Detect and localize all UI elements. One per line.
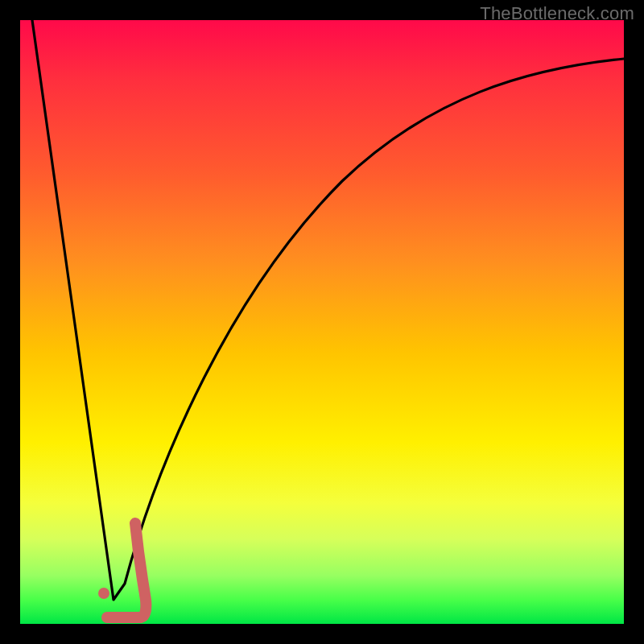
highlight-tick-mark [107,523,146,617]
watermark-text: TheBottleneck.com [480,3,634,24]
bottleneck-curve [32,20,624,600]
chart-overlay [20,20,624,624]
outer-frame: TheBottleneck.com [0,0,644,644]
marker-dot [98,588,109,599]
